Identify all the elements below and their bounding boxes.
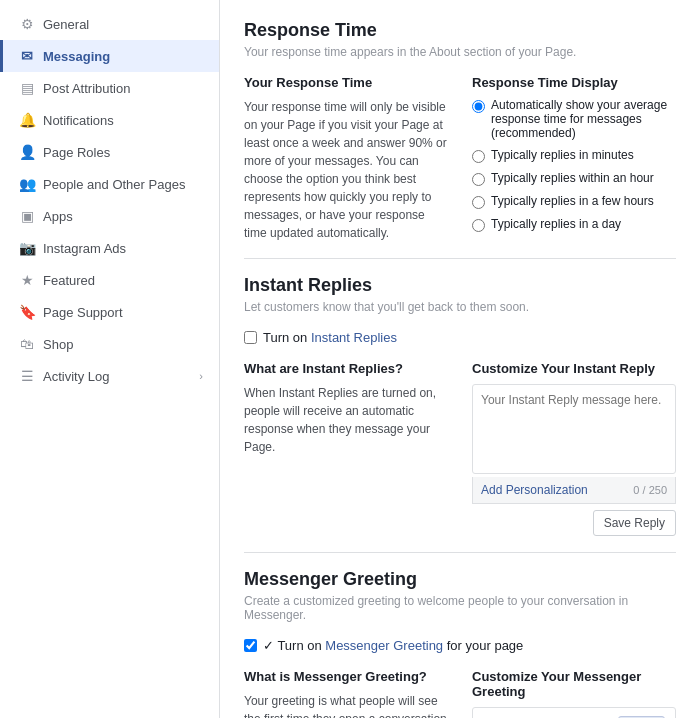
what-messenger-greeting-text: Your greeting is what people will see th…: [244, 692, 448, 718]
radio-input-day[interactable]: [472, 219, 485, 232]
messenger-greeting-cols: What is Messenger Greeting? Your greetin…: [244, 669, 676, 718]
messenger-greeting-link[interactable]: Messenger Greeting: [325, 638, 443, 653]
radio-option-hour[interactable]: Typically replies within an hour: [472, 171, 676, 186]
radio-option-day[interactable]: Typically replies in a day: [472, 217, 676, 232]
instant-replies-cols: What are Instant Replies? When Instant R…: [244, 361, 676, 536]
radio-label-hour: Typically replies within an hour: [491, 171, 654, 185]
instant-replies-title: Instant Replies: [244, 275, 676, 296]
sidebar: ⚙General✉Messaging▤Post Attribution🔔Noti…: [0, 0, 220, 718]
instant-replies-checkbox-row: Turn on Instant Replies: [244, 330, 676, 345]
general-icon: ⚙: [19, 16, 35, 32]
response-time-radio-group: Automatically show your average response…: [472, 98, 676, 232]
instant-replies-section: Instant Replies Let customers know that …: [244, 275, 676, 536]
main-content: Response Time Your response time appears…: [220, 0, 700, 718]
save-reply-wrapper: Save Reply: [472, 504, 676, 536]
radio-option-minutes[interactable]: Typically replies in minutes: [472, 148, 676, 163]
messaging-icon: ✉: [19, 48, 35, 64]
instant-replies-link[interactable]: Instant Replies: [311, 330, 397, 345]
sidebar-label-post-attribution: Post Attribution: [43, 81, 130, 96]
people-other-pages-icon: 👥: [19, 176, 35, 192]
sidebar-item-activity-log[interactable]: ☰Activity Log›: [0, 360, 219, 392]
add-personalization-link[interactable]: Add Personalization: [481, 483, 588, 497]
response-time-section: Response Time Your response time appears…: [244, 20, 676, 242]
sidebar-label-page-support: Page Support: [43, 305, 123, 320]
messenger-greeting-section: Messenger Greeting Create a customized g…: [244, 569, 676, 718]
response-time-display-title: Response Time Display: [472, 75, 676, 90]
greeting-textarea-inner[interactable]: Thanks for contacting me Kristi✕! I will…: [473, 708, 675, 718]
response-time-cols: Your Response Time Your response time wi…: [244, 75, 676, 242]
instagram-ads-icon: 📷: [19, 240, 35, 256]
response-time-display-col: Response Time Display Automatically show…: [472, 75, 676, 242]
sidebar-item-page-roles[interactable]: 👤Page Roles: [0, 136, 219, 168]
radio-label-minutes: Typically replies in minutes: [491, 148, 634, 162]
sidebar-label-notifications: Notifications: [43, 113, 114, 128]
sidebar-item-notifications[interactable]: 🔔Notifications: [0, 104, 219, 136]
featured-icon: ★: [19, 272, 35, 288]
what-messenger-greeting-col: What is Messenger Greeting? Your greetin…: [244, 669, 448, 718]
arrow-icon: ›: [199, 370, 203, 382]
notifications-icon: 🔔: [19, 112, 35, 128]
sidebar-item-post-attribution[interactable]: ▤Post Attribution: [0, 72, 219, 104]
radio-option-few-hours[interactable]: Typically replies in a few hours: [472, 194, 676, 209]
apps-icon: ▣: [19, 208, 35, 224]
instant-replies-checkbox-label[interactable]: Turn on Instant Replies: [263, 330, 397, 345]
divider-1: [244, 258, 676, 259]
what-instant-replies-text: When Instant Replies are turned on, peop…: [244, 384, 448, 456]
your-response-time-desc: Your response time will only be visible …: [244, 98, 448, 242]
what-messenger-greeting-title: What is Messenger Greeting?: [244, 669, 448, 684]
sidebar-label-apps: Apps: [43, 209, 73, 224]
shop-icon: 🛍: [19, 336, 35, 352]
save-reply-button[interactable]: Save Reply: [593, 510, 676, 536]
activity-log-icon: ☰: [19, 368, 35, 384]
sidebar-item-shop[interactable]: 🛍Shop: [0, 328, 219, 360]
post-attribution-icon: ▤: [19, 80, 35, 96]
sidebar-label-general: General: [43, 17, 89, 32]
your-response-time-title: Your Response Time: [244, 75, 448, 90]
radio-input-few-hours[interactable]: [472, 196, 485, 209]
page-support-icon: 🔖: [19, 304, 35, 320]
response-time-subtitle: Your response time appears in the About …: [244, 45, 676, 59]
messenger-greeting-checkbox-label[interactable]: ✓ Turn on Messenger Greeting for your pa…: [263, 638, 523, 653]
sidebar-item-people-other-pages[interactable]: 👥People and Other Pages: [0, 168, 219, 200]
messenger-greeting-checkbox[interactable]: [244, 639, 257, 652]
messenger-greeting-subtitle: Create a customized greeting to welcome …: [244, 594, 676, 622]
instant-replies-checkbox[interactable]: [244, 331, 257, 344]
instant-reply-char-count: 0 / 250: [633, 484, 667, 496]
divider-2: [244, 552, 676, 553]
page-roles-icon: 👤: [19, 144, 35, 160]
sidebar-item-apps[interactable]: ▣Apps: [0, 200, 219, 232]
messenger-greeting-checkbox-row: ✓ Turn on Messenger Greeting for your pa…: [244, 638, 676, 653]
messenger-greeting-suffix: for your page: [447, 638, 524, 653]
your-response-time-col: Your Response Time Your response time wi…: [244, 75, 448, 242]
page-layout: ⚙General✉Messaging▤Post Attribution🔔Noti…: [0, 0, 700, 718]
sidebar-item-instagram-ads[interactable]: 📷Instagram Ads: [0, 232, 219, 264]
what-instant-replies-col: What are Instant Replies? When Instant R…: [244, 361, 448, 536]
sidebar-label-page-roles: Page Roles: [43, 145, 110, 160]
messenger-greeting-title: Messenger Greeting: [244, 569, 676, 590]
radio-input-minutes[interactable]: [472, 150, 485, 163]
sidebar-item-messaging[interactable]: ✉Messaging: [0, 40, 219, 72]
radio-label-day: Typically replies in a day: [491, 217, 621, 231]
customize-instant-reply-col: Customize Your Instant Reply Add Persona…: [472, 361, 676, 536]
customize-messenger-greeting-title: Customize Your Messenger Greeting: [472, 669, 676, 699]
sidebar-item-general[interactable]: ⚙General: [0, 8, 219, 40]
radio-label-few-hours: Typically replies in a few hours: [491, 194, 654, 208]
sidebar-label-shop: Shop: [43, 337, 73, 352]
sidebar-label-activity-log: Activity Log: [43, 369, 109, 384]
radio-input-auto[interactable]: [472, 100, 485, 113]
radio-input-hour[interactable]: [472, 173, 485, 186]
sidebar-label-instagram-ads: Instagram Ads: [43, 241, 126, 256]
sidebar-item-page-support[interactable]: 🔖Page Support: [0, 296, 219, 328]
instant-reply-textarea[interactable]: [472, 384, 676, 474]
radio-option-auto[interactable]: Automatically show your average response…: [472, 98, 676, 140]
sidebar-label-people-other-pages: People and Other Pages: [43, 177, 185, 192]
radio-label-auto: Automatically show your average response…: [491, 98, 676, 140]
sidebar-item-featured[interactable]: ★Featured: [0, 264, 219, 296]
sidebar-label-featured: Featured: [43, 273, 95, 288]
response-time-title: Response Time: [244, 20, 676, 41]
greeting-textarea-wrapper: Thanks for contacting me Kristi✕! I will…: [472, 707, 676, 718]
sidebar-label-messaging: Messaging: [43, 49, 110, 64]
instant-reply-footer: Add Personalization 0 / 250: [472, 477, 676, 504]
what-instant-replies-title: What are Instant Replies?: [244, 361, 448, 376]
customize-instant-reply-title: Customize Your Instant Reply: [472, 361, 676, 376]
